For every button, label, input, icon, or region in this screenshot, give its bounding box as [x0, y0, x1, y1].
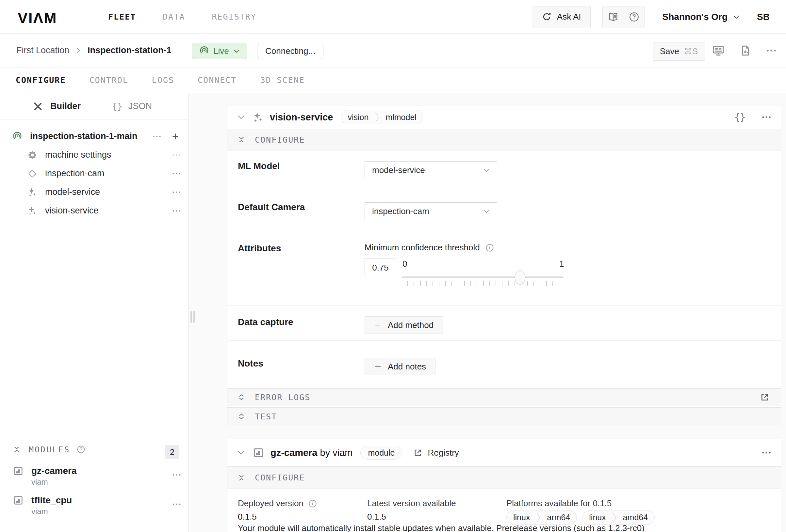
slider-min-label: 0: [402, 259, 407, 269]
registry-link[interactable]: Registry: [413, 448, 459, 458]
edit-json-icon[interactable]: {}: [734, 112, 745, 123]
chevron-down-icon: [483, 168, 490, 172]
ask-ai-sparkle-icon: [541, 11, 552, 23]
deployed-version-value: 0.1.5: [238, 512, 257, 522]
tools-icon: [33, 101, 43, 112]
item-more-icon[interactable]: [172, 503, 181, 506]
json-mode[interactable]: {} JSON: [112, 101, 152, 111]
configure-page: Builder {} JSON inspection-station-1-mai…: [0, 93, 786, 532]
sidebar-resize-handle[interactable]: [190, 311, 195, 323]
add-notes-button[interactable]: Add notes: [365, 358, 436, 375]
breadcrumb-location[interactable]: First Location: [16, 45, 69, 55]
item-more-icon[interactable]: [172, 154, 181, 156]
tree-item-main-part[interactable]: inspection-station-1-main: [0, 127, 188, 146]
tab-logs[interactable]: LOGS: [152, 75, 174, 85]
modules-header[interactable]: MODULES 2: [0, 437, 188, 457]
module-card-header: gz-camera by viam module Registry: [227, 439, 781, 466]
collapse-icon: [13, 445, 20, 454]
item-more-icon[interactable]: [172, 210, 181, 212]
platform-tag: linux amd64: [582, 510, 655, 525]
ml-model-label: ML Model: [238, 161, 280, 171]
expand-icon: [238, 412, 245, 421]
module-org: viam: [31, 507, 72, 516]
nav-item-registry[interactable]: REGISTRY: [212, 12, 256, 22]
info-icon[interactable]: [485, 243, 494, 252]
tab-control[interactable]: CONTROL: [89, 75, 128, 85]
item-more-icon[interactable]: [153, 135, 161, 138]
expand-icon: [238, 393, 245, 402]
tag-divider: [536, 512, 540, 523]
breadcrumb-chevron-icon: [76, 47, 81, 54]
service-sparkle-icon: [253, 112, 263, 122]
threshold-input[interactable]: 0.75: [365, 258, 396, 277]
threshold-slider-track[interactable]: [402, 276, 563, 278]
ml-model-select[interactable]: model-service: [365, 161, 497, 179]
service-type-tag: vision mlmodel: [341, 110, 423, 124]
tab-connect[interactable]: CONNECT: [198, 75, 236, 85]
builder-mode[interactable]: Builder: [33, 101, 81, 112]
data-capture-label: Data capture: [238, 317, 293, 328]
nav-item-data[interactable]: DATA: [163, 12, 185, 22]
info-icon[interactable]: [308, 499, 317, 508]
item-more-icon[interactable]: [172, 172, 181, 175]
card-more-icon[interactable]: [762, 451, 771, 454]
module-list-item[interactable]: gz-camera viam: [13, 466, 188, 487]
default-camera-select[interactable]: inspection-cam: [365, 202, 497, 220]
service-sparkle-icon: [27, 206, 37, 215]
help-icon[interactable]: [76, 445, 86, 454]
config-sidebar: Builder {} JSON inspection-station-1-mai…: [0, 93, 189, 532]
help-button[interactable]: [624, 7, 645, 27]
viam-logo[interactable]: VIΛM: [18, 9, 57, 27]
add-component-icon[interactable]: [171, 132, 180, 141]
more-menu-icon[interactable]: [766, 49, 776, 52]
card-title: vision-service: [270, 112, 333, 123]
ask-ai-button[interactable]: Ask AI: [532, 6, 591, 27]
chevron-down-icon[interactable]: [237, 450, 245, 455]
modules-count-badge: 2: [165, 445, 179, 459]
docs-button[interactable]: [603, 7, 624, 27]
deployed-version-label: Deployed version: [238, 499, 317, 508]
latest-version-label: Latest version available: [367, 499, 456, 508]
user-avatar[interactable]: SB: [757, 12, 770, 22]
module-icon: [253, 447, 264, 458]
monitor-icon[interactable]: [712, 44, 724, 57]
module-icon: [13, 495, 24, 516]
configure-section-header[interactable]: CONFIGURE: [227, 466, 781, 489]
tab-3d-scene[interactable]: 3D SCENE: [260, 75, 304, 85]
nav-item-fleet[interactable]: FLEET: [108, 12, 136, 22]
machine-part-icon: [13, 131, 22, 141]
component-tree: inspection-station-1-main machine settin…: [0, 120, 188, 220]
row-divider: [227, 306, 781, 306]
chevron-down-icon[interactable]: [237, 115, 245, 120]
platforms-label: Platforms available for 0.1.5: [506, 499, 611, 508]
item-more-icon[interactable]: [172, 474, 181, 476]
platform-pill-list: linux arm64 linux amd64: [506, 510, 655, 525]
org-switcher[interactable]: Shannon's Org: [663, 12, 740, 22]
tree-item-model-service[interactable]: model-service: [0, 183, 188, 201]
module-name: tflite_cpu: [31, 495, 72, 506]
chevron-down-icon: [233, 49, 240, 53]
test-section-header[interactable]: TEST: [227, 407, 781, 425]
vision-card-header: vision-service vision mlmodel {}: [227, 105, 781, 129]
connection-status-button[interactable]: Connecting...: [257, 43, 323, 59]
tab-configure[interactable]: CONFIGURE: [16, 75, 66, 85]
save-button[interactable]: Save ⌘S: [653, 42, 705, 61]
gear-icon: [27, 150, 37, 160]
module-list-item[interactable]: tflite_cpu viam: [13, 495, 188, 516]
row-divider: [227, 340, 781, 341]
primary-nav: FLEET DATA REGISTRY: [108, 0, 256, 33]
item-more-icon[interactable]: [172, 191, 181, 194]
add-method-button[interactable]: Add method: [365, 316, 443, 334]
chevron-down-icon: [483, 209, 490, 214]
machine-status-dropdown[interactable]: Live: [192, 43, 247, 59]
module-icon: [13, 466, 24, 487]
tree-item-machine-settings[interactable]: machine settings: [0, 146, 188, 164]
open-logs-external-icon[interactable]: [760, 392, 770, 402]
card-more-icon[interactable]: [762, 116, 771, 119]
auto-update-note: Your module will automatically install s…: [238, 523, 768, 532]
error-logs-section-header[interactable]: ERROR LOGS: [227, 388, 781, 406]
configure-section-header[interactable]: CONFIGURE: [227, 129, 781, 150]
report-file-icon[interactable]: [740, 45, 752, 56]
tree-item-inspection-cam[interactable]: inspection-cam: [0, 164, 188, 183]
tree-item-vision-service[interactable]: vision-service: [0, 201, 188, 220]
